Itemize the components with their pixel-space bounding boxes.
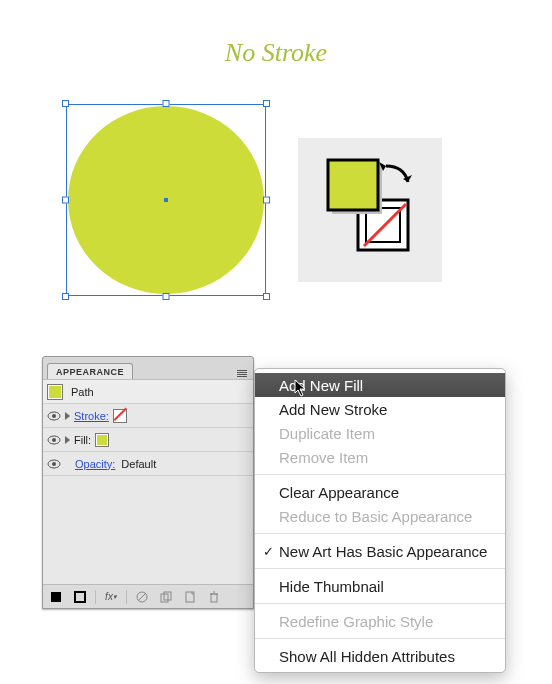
fill-stroke-swap-icon[interactable] — [326, 158, 420, 260]
object-thumbnail-swatch — [47, 384, 63, 400]
fill-stroke-indicator — [298, 138, 442, 282]
resize-handle-bottom-right[interactable] — [263, 293, 270, 300]
menu-item[interactable]: Hide Thumbnail — [255, 574, 505, 598]
svg-line-14 — [138, 593, 146, 601]
new-stroke-icon[interactable] — [47, 589, 65, 605]
menu-item-label: Add New Stroke — [279, 401, 387, 418]
page-title: No Stroke — [0, 38, 552, 68]
resize-handle-top-right[interactable] — [263, 100, 270, 107]
resize-handle-left[interactable] — [62, 197, 69, 204]
fill-label: Fill: — [74, 434, 91, 446]
svg-rect-11 — [51, 592, 61, 602]
panel-body: Path Stroke: Fill: Opacity: Default — [43, 379, 253, 584]
object-type-label: Path — [71, 386, 94, 398]
menu-item-label: New Art Has Basic Appearance — [279, 543, 487, 560]
panel-tabbar: APPEARANCE — [43, 357, 253, 379]
selected-shape[interactable] — [66, 104, 266, 296]
appearance-object-row[interactable]: Path — [43, 380, 253, 404]
menu-separator — [255, 474, 505, 475]
menu-item-label: Add New Fill — [279, 377, 363, 394]
menu-item: Redefine Graphic Style — [255, 609, 505, 633]
appearance-opacity-row[interactable]: Opacity: Default — [43, 452, 253, 476]
svg-point-6 — [52, 414, 56, 418]
resize-handle-top[interactable] — [163, 100, 170, 107]
menu-item-label: Hide Thumbnail — [279, 578, 384, 595]
appearance-flyout-menu: Add New FillAdd New StrokeDuplicate Item… — [254, 368, 506, 673]
center-point[interactable] — [164, 198, 168, 202]
visibility-toggle-icon[interactable] — [47, 457, 61, 471]
disclosure-triangle-icon[interactable] — [65, 412, 70, 420]
delete-item-icon[interactable] — [205, 589, 223, 605]
resize-handle-bottom-left[interactable] — [62, 293, 69, 300]
svg-rect-4 — [328, 160, 378, 210]
svg-rect-12 — [75, 592, 85, 602]
panel-footer: fx▾ — [43, 584, 253, 608]
appearance-tab[interactable]: APPEARANCE — [47, 363, 133, 379]
menu-item: Remove Item — [255, 445, 505, 469]
new-item-icon[interactable] — [181, 589, 199, 605]
resize-handle-top-left[interactable] — [62, 100, 69, 107]
panel-empty-space — [43, 476, 253, 584]
menu-item-label: Reduce to Basic Appearance — [279, 508, 472, 525]
opacity-value: Default — [121, 458, 156, 470]
opacity-label[interactable]: Opacity: — [75, 458, 115, 470]
stroke-label[interactable]: Stroke: — [74, 410, 109, 422]
menu-item-label: Clear Appearance — [279, 484, 399, 501]
menu-separator — [255, 568, 505, 569]
menu-item[interactable]: Clear Appearance — [255, 480, 505, 504]
appearance-stroke-row[interactable]: Stroke: — [43, 404, 253, 428]
appearance-fill-row[interactable]: Fill: — [43, 428, 253, 452]
menu-item-label: Redefine Graphic Style — [279, 613, 433, 630]
menu-item: Reduce to Basic Appearance — [255, 504, 505, 528]
menu-item[interactable]: Show All Hidden Attributes — [255, 644, 505, 668]
menu-item: Duplicate Item — [255, 421, 505, 445]
stroke-none-swatch[interactable] — [113, 409, 127, 423]
resize-handle-right[interactable] — [263, 197, 270, 204]
resize-handle-bottom[interactable] — [163, 293, 170, 300]
menu-item-label: Remove Item — [279, 449, 368, 466]
clear-appearance-icon[interactable] — [133, 589, 151, 605]
svg-rect-18 — [211, 594, 217, 602]
svg-point-10 — [52, 462, 56, 466]
duplicate-item-icon[interactable] — [157, 589, 175, 605]
new-fill-icon[interactable] — [71, 589, 89, 605]
visibility-toggle-icon[interactable] — [47, 409, 61, 423]
disclosure-triangle-icon[interactable] — [65, 436, 70, 444]
menu-separator — [255, 603, 505, 604]
appearance-panel: APPEARANCE Path Stroke: Fill: — [42, 356, 254, 609]
menu-item[interactable]: ✓New Art Has Basic Appearance — [255, 539, 505, 563]
menu-separator — [255, 533, 505, 534]
svg-point-8 — [52, 438, 56, 442]
panel-flyout-button[interactable] — [235, 368, 249, 379]
menu-item-label: Duplicate Item — [279, 425, 375, 442]
fx-button[interactable]: fx▾ — [102, 589, 120, 605]
fill-color-swatch[interactable] — [95, 433, 109, 447]
menu-item[interactable]: Add New Fill — [255, 373, 505, 397]
menu-separator — [255, 638, 505, 639]
menu-item-label: Show All Hidden Attributes — [279, 648, 455, 665]
visibility-toggle-icon[interactable] — [47, 433, 61, 447]
menu-item[interactable]: Add New Stroke — [255, 397, 505, 421]
checkmark-icon: ✓ — [263, 544, 274, 559]
